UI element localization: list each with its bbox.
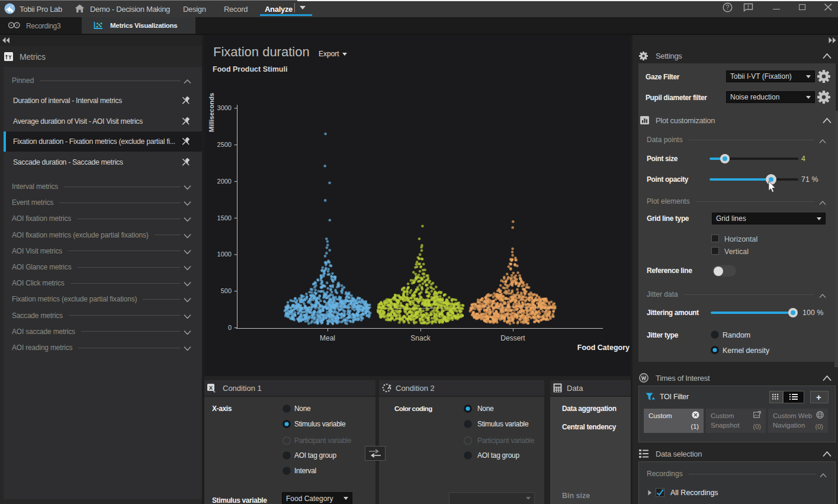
svg-text:?: ?: [726, 4, 730, 11]
svg-text:X: X: [209, 385, 213, 391]
